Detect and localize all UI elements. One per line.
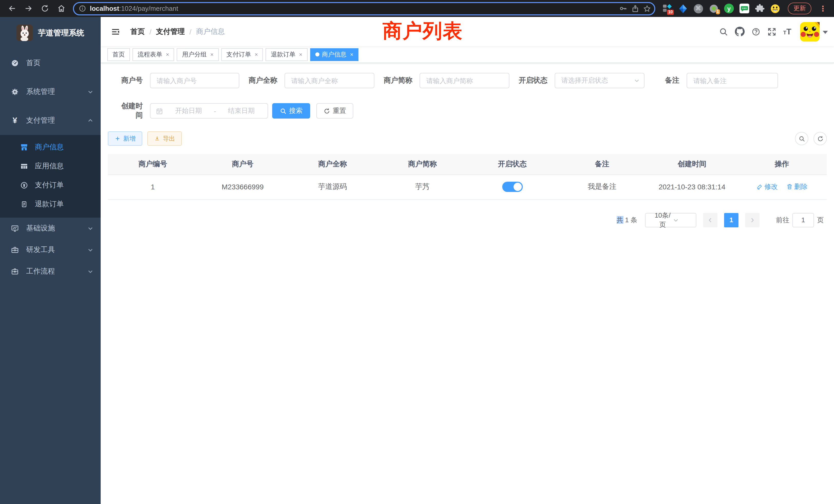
browser-home-icon[interactable]	[54, 2, 68, 15]
merchant-fullname-input[interactable]	[285, 73, 374, 88]
merchant-shortname-label: 商户简称	[383, 76, 412, 85]
browser-reload-icon[interactable]	[38, 2, 51, 15]
tab-process-form[interactable]: 流程表单 ×	[132, 48, 174, 61]
extension-command-icon[interactable]: ⌘	[693, 4, 703, 13]
browser-update-button[interactable]: 更新	[788, 3, 811, 14]
goto-label: 前往	[776, 215, 789, 225]
tab-close-icon[interactable]: ×	[166, 51, 169, 58]
extension-blocks-icon[interactable]: 10	[662, 4, 672, 13]
sidebar-group-system[interactable]: 系统管理	[0, 77, 101, 106]
header-search-icon[interactable]	[719, 27, 728, 36]
bookmark-star-icon[interactable]	[643, 4, 651, 13]
cell-full-name: 芋道源码	[288, 175, 377, 199]
search-button[interactable]: 搜索	[272, 103, 310, 118]
browser-back-icon[interactable]	[5, 2, 19, 15]
remark-input[interactable]	[687, 73, 778, 88]
delete-link[interactable]: 删除	[786, 182, 808, 191]
tab-refund-order[interactable]: 退款订单 ×	[266, 48, 308, 61]
yen-icon: ¥	[10, 116, 20, 125]
merchant-fullname-label: 商户全称	[248, 76, 277, 85]
sidebar-fold-icon[interactable]	[109, 25, 122, 38]
browser-menu-icon[interactable]: ⋮	[817, 4, 829, 13]
breadcrumb-separator: /	[190, 27, 192, 36]
extension-chat-icon[interactable]	[740, 4, 749, 13]
extension-badge: 1	[716, 9, 720, 14]
delete-link-label: 删除	[794, 182, 808, 191]
sidebar-item-refund-order[interactable]: 退款订单	[0, 194, 101, 213]
add-button[interactable]: 新增	[108, 131, 142, 146]
edit-link[interactable]: 修改	[756, 182, 778, 191]
page-info-icon[interactable]	[79, 5, 86, 12]
chevron-down-icon	[87, 89, 93, 95]
address-bar[interactable]: localhost:1024/pay/merchant	[73, 2, 655, 15]
browser-toolbar: localhost:1024/pay/merchant 10 ⌘	[0, 0, 834, 17]
sidebar-group-infrastructure[interactable]: 基础设施	[0, 217, 101, 239]
sidebar-group-payment[interactable]: ¥ 支付管理	[0, 106, 101, 135]
status-toggle[interactable]	[502, 182, 523, 192]
extensions-puzzle-icon[interactable]	[755, 4, 765, 13]
next-page-button[interactable]	[745, 213, 760, 227]
extension-diamond-icon[interactable]	[678, 4, 688, 13]
sidebar-item-pay-order[interactable]: 支付订单	[0, 176, 101, 194]
breadcrumb-home[interactable]: 首页	[130, 27, 145, 36]
cell-status	[467, 175, 557, 199]
cell-remark: 我是备注	[557, 175, 647, 199]
sidebar-group-devtools[interactable]: 研发工具	[0, 239, 101, 261]
sidebar-item-label: 支付管理	[26, 116, 55, 125]
reset-button-label: 重置	[333, 106, 346, 115]
tab-close-icon[interactable]: ×	[299, 51, 303, 58]
tab-close-icon[interactable]: ×	[350, 51, 354, 58]
help-icon[interactable]	[751, 27, 761, 36]
sidebar-item-label: 首页	[26, 59, 41, 68]
monitor-chart-icon	[10, 224, 20, 232]
table-header-row: 商户编号 商户号 商户全称 商户简称 开启状态 备注 创建时间 操作	[108, 154, 827, 175]
page-number-1[interactable]: 1	[724, 213, 739, 227]
font-size-icon[interactable]: TT	[783, 27, 791, 36]
browser-forward-icon[interactable]	[22, 2, 35, 15]
fullscreen-icon[interactable]	[767, 27, 776, 36]
status-select[interactable]: 请选择开启状态	[555, 73, 644, 88]
chevron-down-icon	[87, 247, 93, 253]
extension-yuque-icon[interactable]: y	[724, 4, 734, 13]
tab-merchant-info[interactable]: 商户信息 ×	[310, 48, 359, 61]
create-time-range-input[interactable]: 开始日期 - 结束日期	[150, 103, 268, 118]
document-icon	[20, 200, 28, 208]
sidebar-item-merchant-info[interactable]: 商户信息	[0, 138, 101, 157]
sidebar-group-workflow[interactable]: 工作流程	[0, 261, 101, 282]
tab-home[interactable]: 首页	[107, 48, 130, 61]
merchant-shortname-input[interactable]	[420, 73, 509, 88]
store-icon	[20, 143, 28, 151]
sidebar-item-home[interactable]: 首页	[0, 49, 101, 77]
breadcrumb-payment[interactable]: 支付管理	[156, 27, 185, 36]
breadcrumb-current: 商户信息	[196, 27, 225, 36]
merchant-no-input[interactable]	[150, 73, 239, 88]
sidebar-submenu-payment: 商户信息 应用信息 支付订单	[0, 135, 101, 217]
github-icon[interactable]	[735, 27, 745, 37]
export-button[interactable]: 导出	[147, 131, 182, 146]
col-merchant-id: 商户编号	[108, 154, 198, 175]
share-icon[interactable]	[631, 4, 639, 13]
extension-circle-icon[interactable]: 1	[709, 4, 719, 13]
breadcrumb: 首页 / 支付管理 / 商户信息	[130, 27, 225, 36]
app-logo[interactable]: 芋道管理系统	[0, 17, 101, 49]
rabbit-avatar	[17, 25, 33, 41]
reset-button[interactable]: 重置	[316, 103, 353, 118]
tab-label: 商户信息	[322, 50, 347, 59]
sidebar-item-app-info[interactable]: 应用信息	[0, 157, 101, 176]
sidebar-item-label: 应用信息	[35, 161, 64, 171]
profile-avatar-emoji[interactable]	[770, 4, 780, 13]
page-size-select[interactable]: 10条/页	[645, 213, 696, 227]
tab-user-group[interactable]: 用户分组 ×	[177, 48, 219, 61]
password-key-icon[interactable]	[619, 4, 628, 13]
tab-close-icon[interactable]: ×	[210, 51, 214, 58]
active-tab-dot	[315, 52, 320, 56]
tab-pay-order[interactable]: 支付订单 ×	[221, 48, 263, 61]
tab-close-icon[interactable]: ×	[255, 51, 258, 58]
goto-page-input[interactable]	[792, 213, 814, 227]
col-short-name: 商户简称	[377, 154, 467, 175]
toggle-search-button[interactable]	[795, 132, 808, 145]
prev-page-button[interactable]	[703, 213, 718, 227]
refresh-table-button[interactable]	[813, 132, 827, 145]
tags-view-bar: 首页 流程表单 × 用户分组 × 支付订单 × 退款订单 ×	[101, 46, 834, 63]
user-menu[interactable]	[800, 22, 828, 41]
